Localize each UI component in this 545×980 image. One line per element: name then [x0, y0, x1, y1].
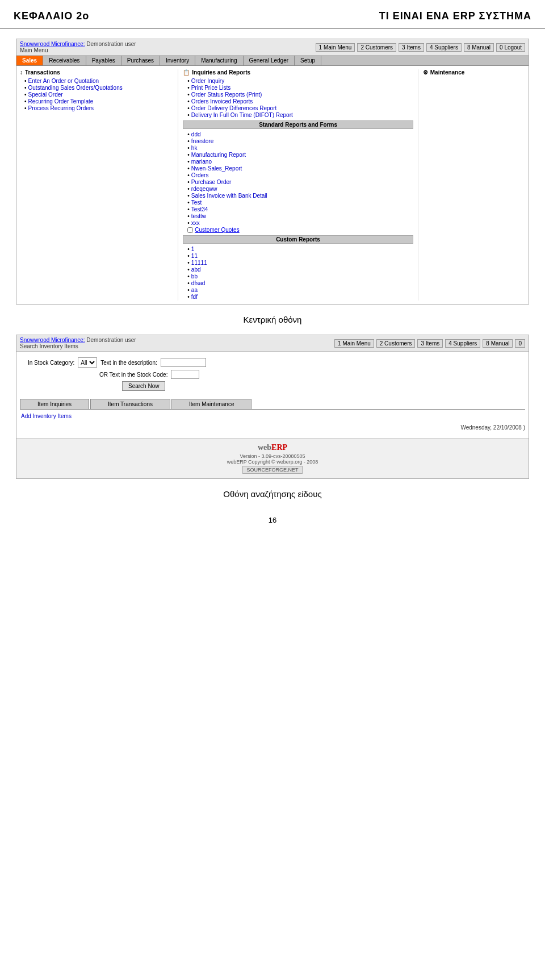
erp1-menu-inventory[interactable]: Inventory: [160, 56, 195, 65]
erp2-page-title: Search Inventory Items: [20, 343, 78, 349]
erp1-content: ↕ Transactions Enter An Order or Quotati…: [16, 66, 529, 304]
erp1-company-link[interactable]: Snowwrood Microfinance:: [20, 41, 85, 47]
transactions-header: ↕ Transactions: [20, 69, 173, 76]
erp1-menu-manufacturing[interactable]: Manufacturing: [195, 56, 243, 65]
erp1-nav-logout[interactable]: 0 Logout: [496, 43, 525, 52]
erp2-nav-mainmenu[interactable]: 1 Main Menu: [334, 339, 374, 348]
xxx-link[interactable]: xxx: [191, 220, 200, 226]
orders-invoiced-link[interactable]: Orders Invoiced Reports: [191, 98, 253, 105]
standard-reports-list: ddd freestore hk Manufacturing Report ma…: [183, 131, 413, 226]
stock-code-input[interactable]: [171, 370, 199, 379]
difot-link[interactable]: Delivery In Full On Time (DIFOT) Report: [191, 112, 293, 118]
erp1-menu-purchases[interactable]: Purchases: [121, 56, 160, 65]
list-item: hk: [187, 145, 413, 151]
cr-abd-link[interactable]: abd: [191, 266, 201, 273]
erp2-nav-items[interactable]: 3 Items: [417, 339, 443, 348]
cr-11-link[interactable]: 11: [191, 253, 198, 259]
erp2-nav-manual[interactable]: 8 Manual: [483, 339, 513, 348]
erp1-nav-mainmenu[interactable]: 1 Main Menu: [316, 43, 355, 52]
footer-copyright: webERP Copyright © weberp.org - 2008: [20, 459, 525, 465]
process-recurring-link[interactable]: Process Recurring Orders: [28, 105, 94, 111]
freestore-link[interactable]: freestore: [191, 138, 213, 144]
erp1-nav-suppliers[interactable]: 4 Suppliers: [426, 43, 462, 52]
list-item: Print Price Lists: [187, 85, 413, 91]
erp1-menu-setup[interactable]: Setup: [295, 56, 321, 65]
customer-quotes-checkbox[interactable]: [187, 227, 193, 233]
sourceforge-badge: SOURCEFORGE.NET: [242, 466, 302, 474]
list-item: mariano: [187, 159, 413, 165]
erp1-menu-payables[interactable]: Payables: [86, 56, 121, 65]
erp2-nav-zero[interactable]: 0: [515, 339, 525, 348]
add-inventory-link[interactable]: Add Inventory Items: [21, 413, 72, 419]
rdeqeqww-link[interactable]: rdeqeqww: [191, 186, 217, 192]
purchase-order-link[interactable]: Purchase Order: [191, 179, 232, 185]
erp1-menu-generalledger[interactable]: General Ledger: [244, 56, 295, 65]
print-price-link[interactable]: Print Price Lists: [191, 85, 230, 91]
erp2-company-link[interactable]: Snowwrood Microfinance:: [20, 337, 85, 343]
list-item: Order Delivery Differences Report: [187, 105, 413, 111]
hk-link[interactable]: hk: [191, 145, 198, 151]
tab-item-maintenance[interactable]: Item Maintenance: [171, 399, 252, 409]
list-item: Orders: [187, 172, 413, 178]
nwen-sales-link[interactable]: Nwen-Sales_Report: [191, 165, 242, 172]
standard-reports-bar: Standard Reports and Forms: [183, 120, 413, 129]
outstanding-orders-link[interactable]: Outstanding Sales Orders/Quotations: [28, 85, 123, 91]
list-item: xxx: [187, 220, 413, 226]
mariano-link[interactable]: mariano: [191, 159, 212, 165]
customer-quotes-link[interactable]: Customer Quotes: [195, 227, 239, 233]
list-item: dfsad: [187, 280, 413, 286]
cr-bb-link[interactable]: bb: [191, 273, 198, 280]
transactions-list: Enter An Order or Quotation Outstanding …: [20, 78, 173, 111]
in-stock-label: In Stock Category:: [28, 360, 74, 366]
cr-aa-link[interactable]: aa: [191, 287, 198, 293]
custom-reports-bar: Custom Reports: [183, 235, 413, 244]
inquiries-icon: 📋: [183, 69, 190, 76]
testtw-link[interactable]: testtw: [191, 213, 206, 219]
list-item: 11111: [187, 260, 413, 266]
transactions-section: ↕ Transactions Enter An Order or Quotati…: [20, 69, 178, 301]
mfg-report-link[interactable]: Manufacturing Report: [191, 152, 246, 158]
tab-item-inquiries[interactable]: Item Inquiries: [20, 399, 89, 409]
erp1-nav-manual[interactable]: 8 Manual: [464, 43, 494, 52]
list-item: ddd: [187, 131, 413, 137]
erp2-topbar-left: Snowwrood Microfinance: Demonstration us…: [20, 337, 136, 349]
order-inquiry-link[interactable]: Order Inquiry: [191, 78, 224, 84]
erp2-nav: 1 Main Menu 2 Customers 3 Items 4 Suppli…: [334, 339, 525, 348]
erp1-topbar: Snowwrood Microfinance: Demonstration us…: [16, 39, 529, 56]
order-status-link[interactable]: Order Status Reports (Print): [191, 91, 262, 98]
test-link[interactable]: Test: [191, 199, 202, 206]
search-row-2: OR Text in the Stock Code:: [28, 370, 517, 379]
list-item: 11: [187, 253, 413, 259]
search-now-button[interactable]: Search Now: [122, 381, 165, 391]
cr-dfsad-link[interactable]: dfsad: [191, 280, 205, 286]
recurring-template-link[interactable]: Recurring Order Template: [28, 98, 94, 105]
erp2-nav-customers[interactable]: 2 Customers: [376, 339, 416, 348]
orders-link[interactable]: Orders: [191, 172, 209, 178]
list-item: Outstanding Sales Orders/Quotations: [24, 85, 173, 91]
inquiries-header: 📋 Inquiries and Reports: [183, 69, 413, 76]
list-item: Test34: [187, 206, 413, 212]
list-item: 1: [187, 246, 413, 252]
erp1-menu-sales[interactable]: Sales: [16, 56, 43, 65]
enter-order-link[interactable]: Enter An Order or Quotation: [28, 78, 99, 84]
test34-link[interactable]: Test34: [191, 206, 208, 212]
list-item: Test: [187, 199, 413, 206]
cr-fdf-link[interactable]: fdf: [191, 294, 198, 300]
erp2-nav-suppliers[interactable]: 4 Suppliers: [445, 339, 480, 348]
tab-item-transactions[interactable]: Item Transactions: [90, 399, 170, 409]
list-item: abd: [187, 266, 413, 273]
sales-invoice-link[interactable]: Sales Invoice with Bank Detail: [191, 193, 267, 199]
cr-1-link[interactable]: 1: [191, 246, 195, 252]
erp1-nav-items[interactable]: 3 Items: [399, 43, 424, 52]
in-stock-select[interactable]: All: [78, 357, 97, 368]
order-delivery-link[interactable]: Order Delivery Differences Report: [191, 105, 276, 111]
list-item: Order Status Reports (Print): [187, 91, 413, 98]
erp1-nav-customers[interactable]: 2 Customers: [357, 43, 396, 52]
cr-11111-link[interactable]: 11111: [191, 260, 207, 266]
special-order-link[interactable]: Special Order: [28, 91, 63, 98]
ddd-link[interactable]: ddd: [191, 131, 201, 137]
erp1-menu-receivables[interactable]: Receivables: [43, 56, 86, 65]
erp1-mainmenu: Sales Receivables Payables Purchases Inv…: [16, 56, 529, 66]
text-desc-input[interactable]: [161, 358, 206, 367]
list-item: aa: [187, 287, 413, 293]
